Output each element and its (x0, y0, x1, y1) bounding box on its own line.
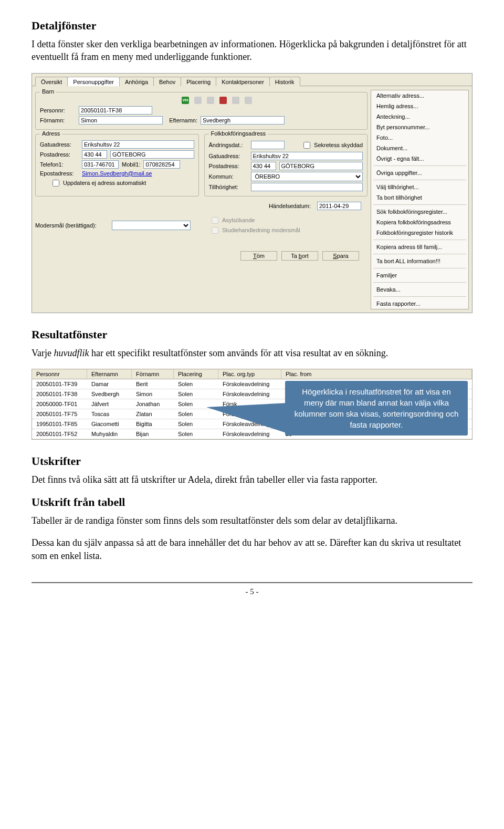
para-1: I detta fönster sker den verkliga bearbe… (32, 38, 472, 64)
efternamn-field[interactable] (201, 116, 285, 125)
detail-window-screenshot: ÖversiktPersonuppgifterAnhörigaBehovPlac… (32, 73, 472, 313)
context-item[interactable]: Folkbokföringsregister historik (371, 227, 468, 238)
people-icon (219, 97, 227, 104)
tillhorighet-field[interactable] (251, 183, 363, 191)
folk-postnr-field[interactable] (251, 162, 276, 170)
context-menu: Alternativ adress...Hemlig adress...Ante… (371, 90, 469, 309)
page-number: - 5 - (32, 587, 472, 596)
placeholder-icon (194, 97, 202, 104)
placeholder-icon (207, 97, 214, 104)
callout-tooltip: Högerklicka i resultatfönstret för att v… (285, 381, 468, 436)
context-item[interactable]: Hemlig adress... (371, 101, 468, 111)
tab-placering[interactable]: Placering (181, 77, 216, 86)
heading-detaljfonster: Detaljfönster (32, 19, 472, 33)
context-item[interactable]: Fasta rapporter... (371, 298, 468, 309)
context-item[interactable]: Välj tillhörighet... (371, 182, 468, 192)
heading-resultatfonster: Resultatfönster (32, 328, 472, 341)
heading-utskrifter: Utskrifter (32, 454, 472, 468)
uppdatera-checkbox[interactable] (52, 180, 59, 186)
postnr-field[interactable] (82, 150, 107, 159)
sekretess-checkbox[interactable] (303, 142, 310, 149)
tab-bar: ÖversiktPersonuppgifterAnhörigaBehovPlac… (32, 74, 472, 86)
tab-anhöriga[interactable]: Anhöriga (119, 77, 154, 86)
context-item[interactable]: Sök folkbokföringsregister... (371, 206, 468, 217)
para-4: Tabeller är de randiga fönster som finns… (32, 514, 472, 527)
tom-button[interactable]: Töm (240, 251, 277, 261)
spara-button[interactable]: Spara (322, 251, 359, 261)
context-item[interactable]: Ta bort ALL information!!! (371, 256, 468, 266)
para-2: Varje huvudflik har ett specifikt result… (32, 347, 472, 359)
email-link[interactable]: Simon.Svedbergh@mail.se (82, 170, 152, 177)
context-item[interactable]: Bevaka... (371, 284, 468, 295)
context-item[interactable]: Alternativ adress... (371, 90, 468, 101)
context-item[interactable]: Dokument... (371, 143, 468, 153)
context-item[interactable]: Anteckning... (371, 111, 468, 122)
fornamn-field[interactable] (79, 116, 163, 125)
folk-ort-field[interactable] (279, 162, 363, 170)
group-barn: Barn VH Personnr: (35, 92, 368, 130)
context-item[interactable]: Foto... (371, 132, 468, 143)
tab-behov[interactable]: Behov (153, 77, 181, 86)
andringsdat-field[interactable] (251, 141, 285, 149)
mobil-field[interactable] (143, 160, 180, 169)
personnr-field[interactable] (79, 106, 152, 115)
handelsedatum-field[interactable] (317, 202, 361, 210)
placeholder-icon (245, 97, 252, 104)
result-table-screenshot: PersonnrEfternamnFörnamnPlaceringPlac. o… (32, 369, 472, 440)
asyl-checkbox (212, 217, 218, 224)
para-3: Det finns två olika sätt att få utskrift… (32, 473, 472, 486)
column-header[interactable]: Förnamn (132, 369, 174, 379)
context-item[interactable]: Kopiera folkbokföringsadress (371, 217, 468, 227)
context-item[interactable]: Övrigt - egna fält... (371, 153, 468, 164)
context-item[interactable]: Kopiera adress till familj... (371, 242, 468, 252)
modersmal-select[interactable] (112, 221, 191, 230)
tab-historik[interactable]: Historik (269, 77, 300, 86)
page-footer: - 5 - (32, 582, 472, 596)
column-header[interactable]: Efternamn (87, 369, 132, 379)
tab-översikt[interactable]: Översikt (35, 77, 68, 86)
context-item[interactable]: Familjer (371, 270, 468, 281)
tab-personuppgifter[interactable]: Personuppgifter (67, 77, 120, 86)
kommun-select[interactable]: ÖREBRO (251, 172, 363, 181)
column-header[interactable]: Plac. org.typ (218, 369, 281, 379)
heading-utskrift-tabell: Utskrift från tabell (32, 495, 472, 509)
tel-field[interactable] (82, 160, 119, 169)
ort-field[interactable] (110, 150, 194, 159)
context-item[interactable]: Ta bort tillhörighet (371, 192, 468, 203)
gatu-field[interactable] (82, 140, 194, 149)
placeholder-icon (232, 97, 239, 104)
folk-gatu-field[interactable] (251, 152, 363, 160)
para-5: Dessa kan du själv anpassa så att de bar… (32, 536, 472, 562)
column-header[interactable]: Personnr (32, 369, 87, 379)
tab-kontaktpersoner[interactable]: Kontaktpersoner (216, 77, 270, 86)
tabort-button[interactable]: Ta bort (281, 251, 318, 261)
column-header[interactable]: Plac. from (281, 369, 472, 379)
context-item[interactable]: Byt personnummer... (371, 122, 468, 132)
group-adress: Adress Gatuadress: Postadress: Telefon1:… (35, 134, 199, 196)
context-item[interactable]: Övriga uppgifter... (371, 168, 468, 178)
group-folkbokforing: Folkbokföringsadress Ändringsdat.:Sekret… (204, 134, 368, 196)
table-header: PersonnrEfternamnFörnamnPlaceringPlac. o… (32, 369, 472, 379)
studie-checkbox (212, 227, 218, 234)
column-header[interactable]: Placering (174, 369, 218, 379)
vh-icon: VH (182, 97, 189, 104)
